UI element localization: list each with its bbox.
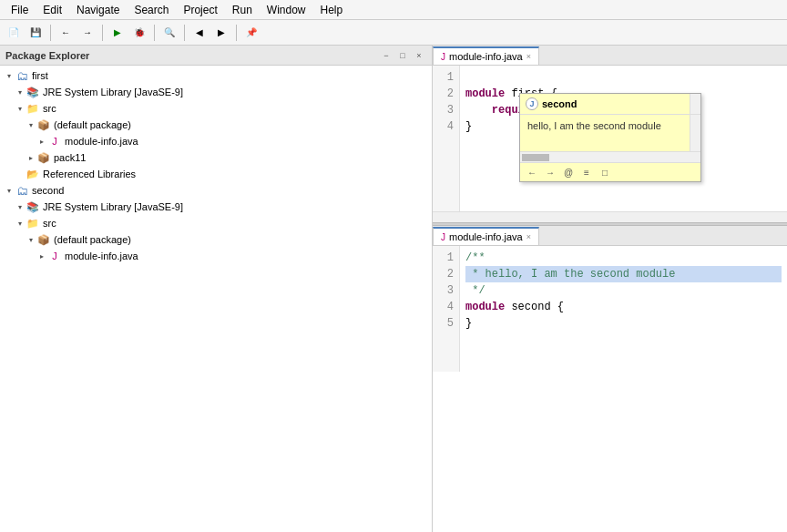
folder-icon: 📁 bbox=[26, 216, 40, 230]
tree-view[interactable]: ▾ 🗂 first ▾ 📚 JRE System Library [JavaSE… bbox=[0, 66, 432, 532]
close-icon[interactable]: × bbox=[412, 48, 426, 63]
line-num: 3 bbox=[438, 102, 454, 118]
panel-title: Package Explorer bbox=[5, 50, 89, 61]
tree-item-pack11[interactable]: ▸ 📦 pack11 bbox=[0, 149, 432, 166]
line-num: 1 bbox=[438, 69, 454, 86]
java-icon: J bbox=[47, 134, 62, 148]
top-code-editor: 1 2 3 4 module first { requires second; … bbox=[433, 66, 787, 211]
folder-icon: 📁 bbox=[26, 101, 40, 116]
line-num: 2 bbox=[438, 86, 454, 102]
maximize-icon[interactable]: □ bbox=[395, 48, 410, 63]
tree-item-src1[interactable]: ▾ 📁 src bbox=[0, 100, 432, 117]
tree-item-jre2[interactable]: ▾ 📚 JRE System Library [JavaSE-9] bbox=[0, 199, 432, 215]
code-line: } bbox=[465, 315, 782, 332]
debug-btn[interactable]: 🐞 bbox=[129, 23, 149, 43]
bottom-editor-tabs: J module-info.java × bbox=[433, 226, 787, 246]
right-panel: J module-info.java × 1 2 3 4 module firs… bbox=[433, 46, 787, 532]
tab-close-btn[interactable]: × bbox=[526, 232, 531, 241]
hover-popup: J second hello, I am the second module ←… bbox=[519, 93, 701, 182]
tree-item-first[interactable]: ▾ 🗂 first bbox=[0, 67, 432, 84]
popup-body: hello, I am the second module bbox=[520, 115, 700, 151]
tab-module-info-bottom[interactable]: J module-info.java × bbox=[433, 227, 539, 245]
tree-item-ref-libs[interactable]: 📂 Referenced Libraries bbox=[0, 166, 432, 182]
popup-btn-back[interactable]: ← bbox=[524, 165, 540, 179]
code-line bbox=[465, 69, 782, 86]
menu-run[interactable]: Run bbox=[225, 2, 260, 18]
arrow: ▾ bbox=[15, 87, 26, 97]
menu-window[interactable]: Window bbox=[260, 2, 313, 18]
tree-item-src2[interactable]: ▾ 📁 src bbox=[0, 215, 432, 231]
tree-item-default-pkg2[interactable]: ▾ 📦 (default package) bbox=[0, 231, 432, 248]
line-num: 5 bbox=[438, 315, 454, 332]
popup-h-thumb bbox=[522, 154, 549, 161]
popup-btn-expand[interactable]: □ bbox=[597, 165, 613, 179]
popup-toolbar: ← → @ ≡ □ bbox=[520, 162, 700, 181]
line-numbers-top: 1 2 3 4 bbox=[433, 66, 460, 211]
popup-h-scrollbar[interactable] bbox=[520, 151, 700, 162]
reflib-icon: 📂 bbox=[26, 167, 40, 181]
tree-label: second bbox=[32, 185, 64, 196]
tree-label: JRE System Library [JavaSE-9] bbox=[43, 201, 183, 212]
popup-btn-forward[interactable]: → bbox=[542, 165, 558, 179]
tab-java-icon: J bbox=[441, 232, 445, 242]
keyword: module bbox=[465, 301, 505, 313]
menu-search[interactable]: Search bbox=[127, 2, 176, 18]
code-content-bottom[interactable]: /** * hello, I am the second module */ m… bbox=[460, 246, 787, 372]
line-num: 3 bbox=[438, 282, 454, 299]
sep4 bbox=[184, 25, 185, 41]
popup-v-scroll[interactable] bbox=[690, 115, 700, 151]
arrow: ▸ bbox=[36, 251, 47, 261]
arrow: ▾ bbox=[15, 218, 26, 229]
menu-edit[interactable]: Edit bbox=[36, 2, 69, 18]
tree-label: pack11 bbox=[54, 152, 86, 163]
save-btn[interactable]: 💾 bbox=[26, 23, 46, 43]
line-num: 4 bbox=[438, 299, 454, 315]
new-btn[interactable]: 📄 bbox=[4, 23, 24, 43]
popup-btn-menu[interactable]: ≡ bbox=[578, 165, 595, 179]
bottom-code-editor: 1 2 3 4 5 /** * hello, I am the second m… bbox=[433, 246, 787, 372]
tree-label: src bbox=[43, 218, 56, 229]
popup-scrollbar-v[interactable] bbox=[690, 94, 700, 114]
back-btn[interactable]: ← bbox=[56, 23, 76, 43]
menu-file[interactable]: File bbox=[4, 2, 36, 18]
prev-btn[interactable]: ◀ bbox=[189, 23, 210, 43]
search-btn[interactable]: 🔍 bbox=[159, 23, 179, 43]
tree-item-jre1[interactable]: ▾ 📚 JRE System Library [JavaSE-9] bbox=[0, 84, 432, 100]
tree-item-module-info1[interactable]: ▸ J module-info.java bbox=[0, 133, 432, 149]
menu-help[interactable]: Help bbox=[313, 2, 351, 18]
code-line: /** bbox=[465, 250, 782, 266]
forward-btn[interactable]: → bbox=[77, 23, 97, 43]
tree-label: JRE System Library [JavaSE-9] bbox=[43, 87, 183, 97]
tab-close-btn[interactable]: × bbox=[526, 52, 531, 61]
toolbar: 📄 💾 ← → ▶ 🐞 🔍 ◀ ▶ 📌 bbox=[0, 20, 787, 46]
java-icon: J bbox=[47, 249, 62, 263]
run-btn[interactable]: ▶ bbox=[107, 23, 128, 43]
sep3 bbox=[154, 25, 155, 41]
line-num: 1 bbox=[438, 250, 454, 266]
popup-body-text: hello, I am the second module bbox=[527, 120, 661, 131]
pin-btn[interactable]: 📌 bbox=[241, 23, 261, 43]
package-icon: 📦 bbox=[36, 150, 51, 165]
line-num: 2 bbox=[438, 266, 454, 282]
arrow: ▸ bbox=[26, 152, 36, 163]
sep1 bbox=[50, 25, 51, 41]
tree-item-second[interactable]: ▾ 🗂 second bbox=[0, 182, 432, 199]
tab-module-info-top[interactable]: J module-info.java × bbox=[433, 46, 539, 65]
menu-project[interactable]: Project bbox=[176, 2, 224, 18]
line-numbers-bottom: 1 2 3 4 5 bbox=[433, 246, 460, 372]
tree-item-module-info2[interactable]: ▸ J module-info.java bbox=[0, 248, 432, 264]
popup-btn-at[interactable]: @ bbox=[560, 165, 577, 179]
minimize-icon[interactable]: − bbox=[379, 48, 394, 63]
next-btn[interactable]: ▶ bbox=[211, 23, 231, 43]
menu-navigate[interactable]: Navigate bbox=[69, 2, 127, 18]
arrow bbox=[15, 169, 26, 179]
top-editor-h-scrollbar[interactable] bbox=[433, 211, 787, 222]
panel-title-bar: Package Explorer − □ × bbox=[0, 46, 432, 66]
popup-title: second bbox=[542, 98, 577, 109]
tree-label: (default package) bbox=[54, 119, 131, 130]
tree-label: (default package) bbox=[54, 234, 131, 245]
tree-item-default-pkg1[interactable]: ▾ 📦 (default package) bbox=[0, 117, 432, 133]
line-num: 4 bbox=[438, 118, 454, 135]
arrow: ▸ bbox=[36, 136, 47, 147]
tab-label: module-info.java bbox=[449, 51, 523, 62]
